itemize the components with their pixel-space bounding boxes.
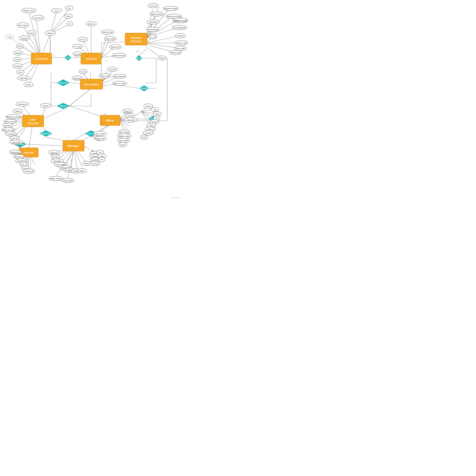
card-has-1: 1 xyxy=(53,55,54,57)
attr-email-off-text: Email xyxy=(128,115,132,117)
attr-username-gov-text: User_name xyxy=(95,133,104,135)
attr-status-loan-text: Status xyxy=(15,110,20,112)
attr-state-mgr-text: State xyxy=(100,155,104,157)
attr-close-date-dep-text: Close_date xyxy=(171,51,180,53)
watermark: www.creately.com xyxy=(170,197,182,198)
svg-line-121 xyxy=(84,146,92,151)
svg-line-76 xyxy=(146,43,179,48)
attr-trans-id-text: Trans_ID xyxy=(74,77,81,79)
attr-name-text: Name xyxy=(30,32,34,34)
card-upd-n: n xyxy=(28,146,29,148)
attr-address-mgr-text: Address xyxy=(92,155,98,157)
attr-city-mgr-text: City xyxy=(99,152,102,153)
attr-emp-id-off-text: Emp_ID xyxy=(124,110,131,112)
attr-rd-int-text: RD_int xyxy=(21,164,27,166)
card-req-n: n xyxy=(88,82,89,84)
attr-interest-rate-dep-text: Interest_rate xyxy=(176,42,186,44)
attr-amount-trans-text: Amount xyxy=(110,68,116,70)
attr-name-off-text: Name xyxy=(120,144,125,146)
card-app-n: n xyxy=(36,119,37,121)
entity-transaction-label: Transaction xyxy=(84,83,99,86)
attr-middle-name-text: Middle_Name xyxy=(23,10,34,12)
attr-cust-id-dep-text: Cust_id xyxy=(150,5,156,7)
card-req-1: 1 xyxy=(50,86,51,88)
card-ctrl-n: n xyxy=(114,84,115,85)
svg-line-19 xyxy=(69,88,91,106)
attr-duration-dep-text: Duration xyxy=(177,35,184,37)
attr-account-no-loan-text: AccountNo xyxy=(12,141,21,143)
attr-ac-no-dep-text: Ac_No xyxy=(150,36,156,38)
attr-closure-type-text: ClosureType xyxy=(147,28,157,31)
card-has-n: n xyxy=(87,55,88,57)
attr-dob-text: DOB xyxy=(18,45,22,47)
attr-username-mgr-text: User_name xyxy=(56,164,65,166)
attr-street-text: Street xyxy=(54,10,59,12)
attr-date-of-loan-text: Date_Of_Loan xyxy=(3,129,14,131)
attr-last-name-text: Last_Name xyxy=(34,17,43,19)
rel-makes-label: Makes xyxy=(60,105,66,107)
attr-email-cust-text: Email xyxy=(15,59,19,61)
entity-deposit-label2: Account xyxy=(131,40,142,43)
attr-age-text: Age xyxy=(8,36,11,38)
card-mgr-1b: 1 xyxy=(78,140,78,142)
attr-total-amt-text: Total_amount xyxy=(5,120,16,122)
attr-savings-int-text: Savings_int xyxy=(15,156,24,158)
attr-city-off-text: City xyxy=(153,108,156,110)
attr-first-name-text: First_Name xyxy=(18,24,27,26)
attr-deposit-acc-type-text: DepositAccType xyxy=(164,7,177,9)
card-dep-02: 0..2 xyxy=(136,51,139,52)
attr-contact-off-text: Contact xyxy=(145,132,151,134)
attr-remaining-amt-text: Remaining_amount xyxy=(6,116,21,118)
svg-line-21 xyxy=(73,134,85,140)
attr-nationality-off-text: Nationality xyxy=(127,119,135,121)
attr-pan-text: PAN xyxy=(19,71,22,73)
attr-salary-cust-text: Salary xyxy=(26,84,31,86)
attr-interest-id-dep-text: InterestId xyxy=(149,21,157,23)
attr-open-date-acc-text: Open_date xyxy=(106,38,115,40)
entity-manager-label: Manager xyxy=(68,144,79,147)
attr-street-off-text: Street xyxy=(146,105,151,107)
attr-interest-rate-acc-text: Interest_rate xyxy=(102,31,112,33)
entity-interest-label: Interest xyxy=(24,151,34,154)
attr-pin-mgr-text: Pin xyxy=(101,159,103,161)
attr-date-of-trans-text: Date_of_Trans xyxy=(114,82,125,85)
attr-cust-id-acc-text: Cust_id xyxy=(80,38,86,41)
attr-loan-id-text: Loan_ID xyxy=(11,137,18,139)
attr-ac-no-text: Ac_No xyxy=(75,53,80,55)
svg-line-17 xyxy=(43,110,63,119)
attr-first-name-off-text: First_Name xyxy=(119,131,129,133)
card-off-n: n xyxy=(102,122,103,124)
attr-pin-text: Pin xyxy=(68,23,71,25)
attr-interest-la-text: Interest xyxy=(43,105,49,107)
entity-deposit-label1: Deposit xyxy=(131,36,141,39)
attr-middle-name-off-text: Middle_Name xyxy=(119,135,130,137)
attr-salary-off-text: Salary xyxy=(149,125,154,127)
attr-days-dep-text: days xyxy=(160,57,164,59)
attr-last-name-mgr-text: Last_Name xyxy=(63,179,72,182)
attr-gender-cust-text: Gender xyxy=(15,52,21,54)
attr-gender-mgr-text: Gender xyxy=(92,159,98,161)
entity-account-label: Account xyxy=(85,57,97,60)
attr-password-gov-text: Password xyxy=(97,137,104,140)
attr-cust-id-text: Cust_id xyxy=(21,37,27,39)
card-acc-dep-n: n xyxy=(106,60,107,62)
card-off-1b: 1 xyxy=(110,121,111,123)
attr-interest-amount-acc-text: InterestAmount xyxy=(113,54,125,56)
rel-has-label: has xyxy=(66,56,70,59)
svg-line-35 xyxy=(36,18,41,58)
entity-loan-label1: Loan xyxy=(30,118,36,121)
attr-loan-type-text: LoanType xyxy=(7,133,15,135)
attr-loan-interest-text: LoanInterest xyxy=(17,160,27,162)
card-mgr-1a: 1 xyxy=(67,136,68,138)
entity-loan-label2: Account xyxy=(27,122,38,125)
svg-line-48 xyxy=(50,12,57,34)
attr-pin-off-text: Pin xyxy=(155,117,158,119)
svg-line-25 xyxy=(26,144,63,146)
attr-duration-loan-text: Duration xyxy=(4,125,11,127)
attr-open-date-dep-text: Open_date xyxy=(176,47,185,50)
attr-current-int-text: Current_int xyxy=(25,170,33,172)
attr-middle-name-mgr-text: Middle_Name_ xyxy=(50,178,62,180)
rel-requests-label: Requests xyxy=(59,82,68,84)
entity-deposit xyxy=(125,33,147,45)
rel-canbe-label: Can be xyxy=(136,57,143,59)
